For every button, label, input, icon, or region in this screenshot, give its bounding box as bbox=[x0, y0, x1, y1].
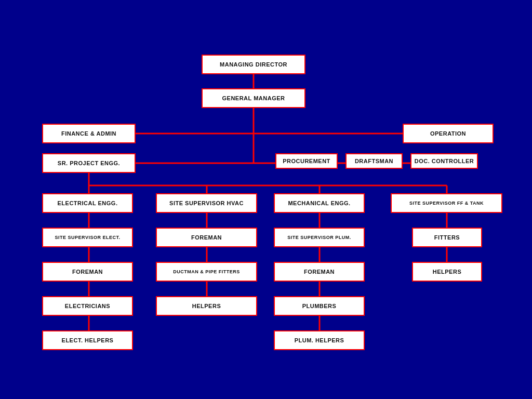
electrical-engg-node: ELECTRICAL ENGG. bbox=[42, 193, 133, 213]
doc-controller-node: DOC. CONTROLLER bbox=[410, 153, 478, 169]
foreman-hvac-node: FOREMAN bbox=[156, 228, 257, 247]
fitters-node: FITTERS bbox=[412, 228, 482, 247]
operation-node: OPERATION bbox=[403, 124, 494, 143]
electricians-node: ELECTRICIANS bbox=[42, 296, 133, 316]
general-manager-node: GENERAL MANAGER bbox=[202, 88, 305, 108]
org-chart: MANAGING DIRECTORGENERAL MANAGERFINANCE … bbox=[0, 0, 532, 399]
elect-helpers-node: ELECT. HELPERS bbox=[42, 330, 133, 350]
ductman-pipe-fitters-node: DUCTMAN & PIPE FITTERS bbox=[156, 262, 257, 282]
site-supervisor-plum-node: SITE SUPERVISOR PLUM. bbox=[274, 228, 365, 247]
procurement-node: PROCUREMENT bbox=[275, 153, 338, 169]
foreman-elect-node: FOREMAN bbox=[42, 262, 133, 282]
finance-admin-node: FINANCE & ADMIN bbox=[42, 124, 136, 143]
helpers-hvac-node: HELPERS bbox=[156, 296, 257, 316]
site-supervisor-ff-node: SITE SUPERVISOR FF & TANK bbox=[391, 193, 502, 213]
site-supervisor-hvac-node: SITE SUPERVISOR HVAC bbox=[156, 193, 257, 213]
draftsman-node: DRAFTSMAN bbox=[345, 153, 403, 169]
site-supervisor-elect-node: SITE SUPERVISOR ELECT. bbox=[42, 228, 133, 247]
managing-director-node: MANAGING DIRECTOR bbox=[202, 55, 305, 74]
mechanical-engg-node: MECHANICAL ENGG. bbox=[274, 193, 365, 213]
helpers-ff-node: HELPERS bbox=[412, 262, 482, 282]
plum-helpers-node: PLUM. HELPERS bbox=[274, 330, 365, 350]
plumbers-node: PLUMBERS bbox=[274, 296, 365, 316]
foreman-plum-node: FOREMAN bbox=[274, 262, 365, 282]
sr-project-engg-node: SR. PROJECT ENGG. bbox=[42, 153, 136, 173]
